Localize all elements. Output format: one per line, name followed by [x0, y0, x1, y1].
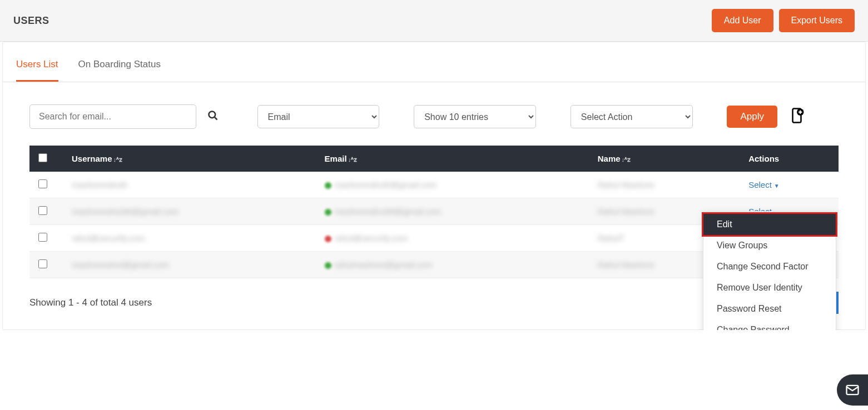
- show-entries-select[interactable]: Show 10 entries: [414, 105, 536, 128]
- table-row: mashorerahul0 mashorerahul0@gmail.com Ra…: [29, 172, 839, 198]
- col-email[interactable]: Email↓ᴬᴢ: [316, 146, 589, 172]
- sort-icon: ↓ᴬᴢ: [348, 156, 358, 163]
- cell-name: Rahul Mashore: [598, 180, 654, 189]
- export-users-button[interactable]: Export Users: [779, 9, 855, 32]
- table-wrap: Username↓ᴬᴢ Email↓ᴬᴢ Name↓ᴬᴢ Actions mas…: [3, 146, 865, 278]
- row-checkbox[interactable]: [38, 179, 47, 188]
- cell-username: mashorerahul0: [72, 180, 127, 189]
- select-all-checkbox[interactable]: [38, 153, 47, 162]
- header-actions: Add User Export Users: [712, 9, 855, 32]
- cell-email: rahul@securify.com: [335, 233, 408, 243]
- cell-username: mashorerahul48@gmail.com: [72, 207, 178, 216]
- row-checkbox[interactable]: [38, 259, 47, 268]
- row-actions-dropdown: Edit View Groups Change Second Factor Re…: [703, 211, 836, 330]
- bulk-action-select[interactable]: Select Action: [571, 105, 693, 128]
- dropdown-item-edit[interactable]: Edit: [702, 212, 837, 237]
- col-name[interactable]: Name↓ᴬᴢ: [589, 146, 740, 172]
- row-checkbox[interactable]: [38, 233, 47, 242]
- tab-users-list[interactable]: Users List: [16, 42, 58, 82]
- cell-username: mashorerahul@gmail.com: [72, 260, 169, 269]
- add-device-icon[interactable]: [788, 107, 805, 126]
- cell-username: rahul@securify.com: [72, 233, 145, 243]
- dropdown-item-change-password[interactable]: Change Password: [703, 319, 836, 330]
- dropdown-item-remove-user-identity[interactable]: Remove User Identity: [703, 277, 836, 298]
- cell-name: Rahul Mashore: [598, 260, 654, 269]
- table-header-row: Username↓ᴬᴢ Email↓ᴬᴢ Name↓ᴬᴢ Actions: [29, 146, 839, 172]
- status-dot-icon: [325, 262, 331, 269]
- dropdown-item-password-reset[interactable]: Password Reset: [703, 298, 836, 319]
- dropdown-item-view-groups[interactable]: View Groups: [703, 235, 836, 256]
- search-icon[interactable]: [207, 110, 219, 124]
- svg-point-0: [209, 111, 215, 118]
- showing-count: Showing 1 - 4 of total 4 users: [29, 297, 152, 308]
- add-user-button[interactable]: Add User: [712, 9, 773, 32]
- svg-line-1: [214, 117, 217, 119]
- col-checkbox: [29, 146, 63, 172]
- page-header: USERS Add User Export Users: [0, 0, 868, 42]
- cell-email: mashorerahul48@gmail.com: [335, 207, 442, 216]
- apply-button[interactable]: Apply: [727, 106, 777, 128]
- filter-row: Email Show 10 entries Select Action Appl…: [3, 104, 865, 129]
- status-dot-icon: [325, 182, 331, 189]
- chevron-down-icon: ▼: [774, 183, 780, 189]
- row-select-action[interactable]: Select▼: [748, 180, 780, 189]
- sort-icon: ↓ᴬᴢ: [622, 156, 631, 163]
- tab-onboarding-status[interactable]: On Boarding Status: [78, 42, 161, 82]
- page-title: USERS: [13, 15, 49, 27]
- dropdown-item-change-second-factor[interactable]: Change Second Factor: [703, 256, 836, 277]
- col-username[interactable]: Username↓ᴬᴢ: [63, 146, 316, 172]
- col-actions: Actions: [740, 146, 839, 172]
- cell-name: RahulT: [598, 233, 624, 243]
- row-checkbox[interactable]: [38, 206, 47, 215]
- cell-email: rahulmashore@gmail.com: [335, 260, 432, 269]
- tabs: Users List On Boarding Status: [3, 42, 865, 82]
- cell-email: mashorerahul0@gmail.com: [335, 180, 437, 189]
- content-card: Users List On Boarding Status Email Show…: [2, 42, 866, 330]
- status-dot-icon: [325, 236, 331, 242]
- sort-icon: ↓ᴬᴢ: [113, 156, 123, 163]
- filter-by-select[interactable]: Email: [257, 105, 380, 128]
- cell-name: Rahul Mashore: [598, 207, 654, 216]
- status-dot-icon: [325, 209, 331, 216]
- search-input[interactable]: [29, 104, 196, 129]
